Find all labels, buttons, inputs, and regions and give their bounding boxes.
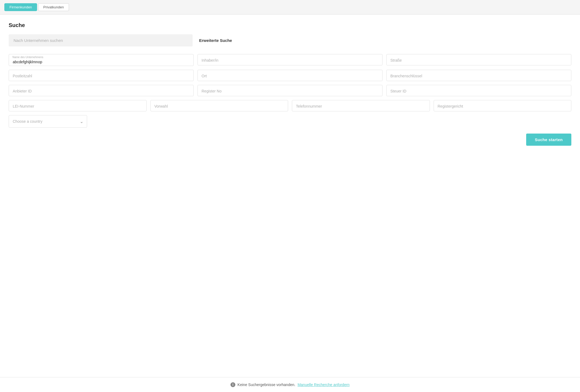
search-input-main[interactable] xyxy=(9,34,193,46)
field-unternehmensname: Name des Unternehmens xyxy=(9,54,194,66)
form-row-4 xyxy=(9,100,571,111)
field-strasse xyxy=(386,54,571,66)
unternehmensname-input[interactable] xyxy=(9,54,194,66)
suche-starten-button[interactable]: Suche starten xyxy=(526,134,571,146)
field-inhaber xyxy=(197,54,383,66)
tabs-bar: Firmenkunden Privatkunden xyxy=(0,0,580,15)
field-register-no xyxy=(197,85,383,96)
no-results-text: Keine Suchergebnisse vorhanden. xyxy=(238,383,295,387)
form-row-5: Choose a country ⌄ xyxy=(9,115,571,128)
field-anbieter-id xyxy=(9,85,194,96)
tab-firmenkunden[interactable]: Firmenkunden xyxy=(4,3,37,11)
page-wrapper: Firmenkunden Privatkunden Suche Erweiter… xyxy=(0,0,580,392)
postleitzahl-input[interactable] xyxy=(9,70,194,81)
field-registergericht xyxy=(434,100,572,111)
field-branchenschluessel xyxy=(386,70,571,81)
strasse-input[interactable] xyxy=(386,54,571,65)
field-postleitzahl xyxy=(9,70,194,81)
manuelle-recherche-link[interactable]: Manuelle Recherche anfordern xyxy=(298,383,350,387)
form-row-1: Name des Unternehmens xyxy=(9,54,571,66)
anbieter-id-input[interactable] xyxy=(9,85,194,96)
branchenschluessel-input[interactable] xyxy=(386,70,571,81)
form-row-3 xyxy=(9,85,571,96)
submit-row: Suche starten xyxy=(9,134,571,146)
telefonnummer-input[interactable] xyxy=(292,100,430,111)
form-row-2 xyxy=(9,70,571,81)
vorwahl-input[interactable] xyxy=(150,100,288,111)
lei-nummer-input[interactable] xyxy=(9,100,147,111)
country-select[interactable]: Choose a country xyxy=(9,115,87,128)
field-vorwahl xyxy=(150,100,288,111)
no-results-bar: i Keine Suchergebnisse vorhanden. Manuel… xyxy=(0,377,580,392)
registergericht-input[interactable] xyxy=(434,100,572,111)
info-icon: i xyxy=(230,382,235,387)
main-card: Suche Erweiterte Suche Name des Unterneh… xyxy=(0,15,580,391)
search-bar-row: Erweiterte Suche xyxy=(9,34,571,46)
erweiterte-suche-label[interactable]: Erweiterte Suche xyxy=(199,38,232,43)
field-telefonnummer xyxy=(292,100,430,111)
register-no-input[interactable] xyxy=(197,85,383,96)
form-grid: Name des Unternehmens xyxy=(9,54,571,128)
ort-input[interactable] xyxy=(197,70,383,81)
field-ort xyxy=(197,70,383,81)
steuer-id-input[interactable] xyxy=(386,85,571,96)
field-lei-nummer xyxy=(9,100,147,111)
tab-privatkunden[interactable]: Privatkunden xyxy=(38,3,69,11)
field-steuer-id xyxy=(386,85,571,96)
section-title: Suche xyxy=(9,22,571,28)
inhaber-input[interactable] xyxy=(197,54,383,65)
country-select-wrapper: Choose a country ⌄ xyxy=(9,115,87,128)
